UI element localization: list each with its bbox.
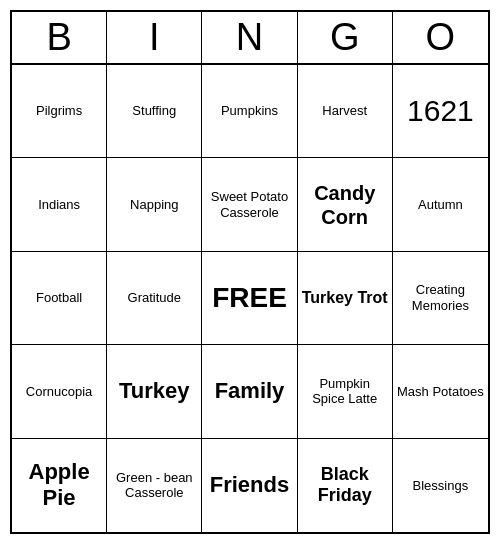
cell-r1-c0[interactable]: Indians <box>12 158 107 251</box>
cell-r4-c3[interactable]: Black Friday <box>298 439 393 532</box>
cell-r4-c0[interactable]: Apple Pie <box>12 439 107 532</box>
cell-r4-c2[interactable]: Friends <box>202 439 297 532</box>
header-n: N <box>202 12 297 63</box>
header-g: G <box>298 12 393 63</box>
bingo-grid: PilgrimsStuffingPumpkinsHarvest1621India… <box>12 65 488 532</box>
header-o: O <box>393 12 488 63</box>
cell-r3-c1[interactable]: Turkey <box>107 345 202 438</box>
cell-r3-c2[interactable]: Family <box>202 345 297 438</box>
cell-r2-c4[interactable]: Creating Memories <box>393 252 488 345</box>
cell-r3-c0[interactable]: Cornucopia <box>12 345 107 438</box>
cell-r2-c1[interactable]: Gratitude <box>107 252 202 345</box>
cell-r0-c4[interactable]: 1621 <box>393 65 488 158</box>
cell-r4-c4[interactable]: Blessings <box>393 439 488 532</box>
cell-r2-c0[interactable]: Football <box>12 252 107 345</box>
cell-r1-c2[interactable]: Sweet Potato Casserole <box>202 158 297 251</box>
header-b: B <box>12 12 107 63</box>
header-i: I <box>107 12 202 63</box>
cell-r4-c1[interactable]: Green - bean Casserole <box>107 439 202 532</box>
cell-r0-c0[interactable]: Pilgrims <box>12 65 107 158</box>
cell-r2-c2[interactable]: FREE <box>202 252 297 345</box>
cell-r1-c4[interactable]: Autumn <box>393 158 488 251</box>
cell-r0-c1[interactable]: Stuffing <box>107 65 202 158</box>
bingo-card: B I N G O PilgrimsStuffingPumpkinsHarves… <box>10 10 490 534</box>
bingo-header: B I N G O <box>12 12 488 65</box>
cell-r1-c1[interactable]: Napping <box>107 158 202 251</box>
cell-r0-c3[interactable]: Harvest <box>298 65 393 158</box>
cell-r3-c4[interactable]: Mash Potatoes <box>393 345 488 438</box>
cell-r2-c3[interactable]: Turkey Trot <box>298 252 393 345</box>
cell-r0-c2[interactable]: Pumpkins <box>202 65 297 158</box>
cell-r1-c3[interactable]: Candy Corn <box>298 158 393 251</box>
cell-r3-c3[interactable]: Pumpkin Spice Latte <box>298 345 393 438</box>
